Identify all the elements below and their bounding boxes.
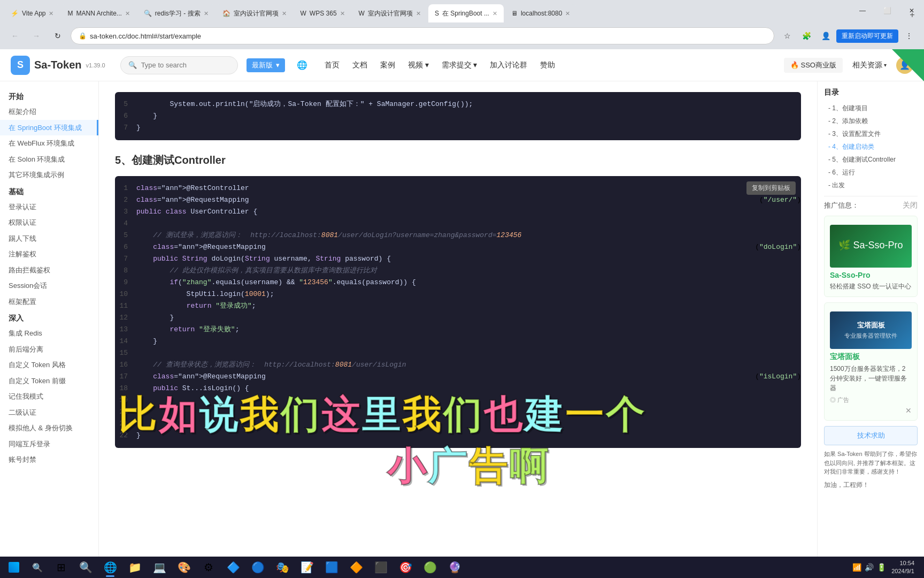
sidebar-item-踢人下线[interactable]: 踢人下线 xyxy=(0,231,98,247)
corner-badge[interactable] xyxy=(892,49,924,81)
ad-close-button[interactable]: ✕ xyxy=(905,406,912,415)
taskbar-app-App11[interactable]: 🟢 xyxy=(418,557,442,578)
toc-item-- 4、创建启动类[interactable]: - 4、创建启动类 xyxy=(824,140,918,153)
taskbar-app-VSCode[interactable]: 💻 xyxy=(148,557,171,578)
sidebar-item-前后端分离[interactable]: 前后端分离 xyxy=(0,341,98,358)
tab-tab8[interactable]: 🖥localhost:8080✕ xyxy=(505,4,576,22)
maximize-button[interactable]: ⬜ xyxy=(875,2,899,19)
taskbar-app-Search[interactable]: 🔍 xyxy=(74,557,97,578)
nav-menu-item-加入讨论群[interactable]: 加入讨论群 xyxy=(484,57,533,73)
tab-close-icon[interactable]: ✕ xyxy=(204,10,209,17)
sidebar-item-框架介绍[interactable]: 框架介绍 xyxy=(0,104,98,120)
tab-tab6[interactable]: W室内设计官网项✕ xyxy=(352,4,427,22)
taskbar-app-App3[interactable]: 🔷 xyxy=(221,557,245,578)
tab-tab5[interactable]: WWPS 365✕ xyxy=(294,4,351,22)
nav-menu-item-文档[interactable]: 文档 xyxy=(347,57,373,73)
tech-help-button[interactable]: 技术求助 xyxy=(824,426,918,445)
volume-icon[interactable]: 🔊 xyxy=(865,563,874,572)
tab-close-icon[interactable]: ✕ xyxy=(125,10,130,17)
taskbar-app-App10[interactable]: 🎯 xyxy=(394,557,417,578)
sidebar-item-权限认证[interactable]: 权限认证 xyxy=(0,215,98,231)
sidebar-item-账号封禁[interactable]: 账号封禁 xyxy=(0,452,98,468)
resources-menu-item[interactable]: 相关资源 ▾ xyxy=(847,57,892,73)
sidebar-item-框架配置[interactable]: 框架配置 xyxy=(0,294,98,310)
taskbar-app-Explorer[interactable]: 📁 xyxy=(123,557,147,578)
sidebar-item-记住我模式[interactable]: 记住我模式 xyxy=(0,389,98,405)
minimize-button[interactable]: — xyxy=(850,2,875,19)
toc-item-- 出发[interactable]: - 出发 xyxy=(824,179,918,192)
nav-menu-item-首页[interactable]: 首页 xyxy=(319,57,345,73)
toc-item-- 1、创建项目[interactable]: - 1、创建项目 xyxy=(824,102,918,115)
sidebar-item-同端互斥登录[interactable]: 同端互斥登录 xyxy=(0,436,98,452)
back-button[interactable]: ← xyxy=(6,27,24,44)
sso-button[interactable]: 🔥 SSO商业版 xyxy=(784,58,843,73)
network-icon[interactable]: 📶 xyxy=(852,563,861,572)
tab-tab2[interactable]: MMANN Archite...✕ xyxy=(61,4,136,22)
sidebar-item-自定义 Token 风格[interactable]: 自定义 Token 风格 xyxy=(0,357,98,373)
sidebar-item-在 SpringBoot 环境集成[interactable]: 在 SpringBoot 环境集成 xyxy=(0,120,98,136)
battery-icon[interactable]: 🔋 xyxy=(877,563,886,572)
taskbar-app-Edge[interactable]: 🌐 xyxy=(98,557,122,578)
search-input[interactable] xyxy=(141,61,230,69)
taskbar-search-button[interactable]: 🔍 xyxy=(26,557,49,578)
tab-close-icon[interactable]: ✕ xyxy=(49,10,53,17)
code-line: 13 return "登录失败"; xyxy=(115,324,801,336)
taskbar-app-App12[interactable]: 🔮 xyxy=(443,557,466,578)
sidebar-item-登录认证[interactable]: 登录认证 xyxy=(0,199,98,215)
nav-menu-item-案例[interactable]: 案例 xyxy=(375,57,401,73)
nav-menu-item-需求提交[interactable]: 需求提交 ▾ xyxy=(436,57,483,73)
tab-label: MANN Archite... xyxy=(76,10,121,17)
sidebar-item-集成 Redis[interactable]: 集成 Redis xyxy=(0,325,98,341)
sidebar-item-Session会话[interactable]: Session会话 xyxy=(0,278,98,294)
profile-button[interactable]: 👤 xyxy=(817,27,834,44)
tab-close-icon[interactable]: ✕ xyxy=(492,10,497,17)
tab-tab3[interactable]: 🔍redis学习 - 搜索✕ xyxy=(137,4,215,22)
copy-button[interactable]: 复制到剪贴板 xyxy=(746,181,796,195)
sidebar-item-二级认证[interactable]: 二级认证 xyxy=(0,405,98,421)
bookmark-button[interactable]: ☆ xyxy=(779,27,796,44)
tab-tab1[interactable]: ⚡Vite App✕ xyxy=(4,4,60,22)
url-bar[interactable]: 🔒 sa-token.cc/doc.html#/start/example xyxy=(71,27,774,44)
main-layout: 开始框架介绍在 SpringBoot 环境集成在 WebFlux 环境集成在 S… xyxy=(0,81,924,557)
sidebar-item-其它环境集成示例[interactable]: 其它环境集成示例 xyxy=(0,167,98,183)
extensions-button[interactable]: 🧩 xyxy=(798,27,815,44)
sidebar-item-路由拦截鉴权[interactable]: 路由拦截鉴权 xyxy=(0,262,98,278)
taskbar-app-App4[interactable]: 🔵 xyxy=(246,557,270,578)
toc-item-- 5、创建测试Controller[interactable]: - 5、创建测试Controller xyxy=(824,153,918,166)
taskbar-app-App5[interactable]: 🎭 xyxy=(271,557,294,578)
taskbar-app-Start[interactable]: ⊞ xyxy=(49,557,73,578)
sidebar-item-在 Solon 环境集成[interactable]: 在 Solon 环境集成 xyxy=(0,151,98,168)
taskbar-app-App2[interactable]: ⚙ xyxy=(197,557,220,578)
taskbar-app-App9[interactable]: ⬛ xyxy=(369,557,392,578)
taskbar-app-App6[interactable]: 📝 xyxy=(295,557,319,578)
sidebar-item-在 WebFlux 环境集成[interactable]: 在 WebFlux 环境集成 xyxy=(0,135,98,151)
toc-item-- 3、设置配置文件[interactable]: - 3、设置配置文件 xyxy=(824,127,918,140)
start-button[interactable] xyxy=(2,557,26,578)
nav-menu-item-视频[interactable]: 视频 ▾ xyxy=(403,57,434,73)
version-dropdown[interactable]: 最新版 ▾ xyxy=(247,58,285,72)
clock[interactable]: 10:54 2024/9/1 xyxy=(888,559,918,576)
tab-close-icon[interactable]: ✕ xyxy=(340,10,345,17)
refresh-button[interactable]: ↻ xyxy=(49,27,66,44)
tab-close-icon[interactable]: ✕ xyxy=(416,10,421,17)
update-notice[interactable]: 重新启动即可更新 xyxy=(836,29,898,43)
sidebar-item-自定义 Token 前缀[interactable]: 自定义 Token 前缀 xyxy=(0,373,98,389)
toc-item-- 2、添加依赖[interactable]: - 2、添加依赖 xyxy=(824,115,918,127)
close-button[interactable]: ✕ xyxy=(899,2,924,19)
globe-icon-button[interactable]: 🌐 xyxy=(294,57,311,74)
taskbar-app-App8[interactable]: 🔶 xyxy=(344,557,368,578)
tab-tab4[interactable]: 🏠室内设计官网项✕ xyxy=(216,4,293,22)
sidebar-item-模拟他人 & 身份切换[interactable]: 模拟他人 & 身份切换 xyxy=(0,420,98,436)
settings-button[interactable]: ⋮ xyxy=(900,27,918,44)
forward-button[interactable]: → xyxy=(28,27,45,44)
taskbar-app-App1[interactable]: 🎨 xyxy=(172,557,196,578)
tab-tab7[interactable]: S在 SpringBoot ...✕ xyxy=(428,4,504,22)
tab-close-icon[interactable]: ✕ xyxy=(282,10,287,17)
tab-close-icon[interactable]: ✕ xyxy=(565,10,570,17)
promo-close-button[interactable]: 关闭 xyxy=(903,201,918,210)
taskbar-app-App7[interactable]: 🟦 xyxy=(320,557,343,578)
search-box[interactable]: 🔍 xyxy=(120,56,238,74)
toc-item-- 6、运行[interactable]: - 6、运行 xyxy=(824,166,918,179)
sidebar-item-注解鉴权[interactable]: 注解鉴权 xyxy=(0,246,98,262)
nav-menu-item-赞助[interactable]: 赞助 xyxy=(535,57,560,73)
